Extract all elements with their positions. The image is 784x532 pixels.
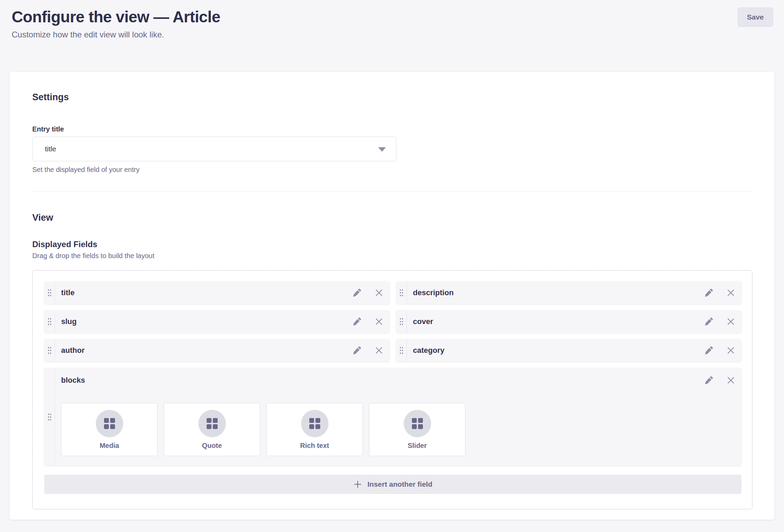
remove-field-button[interactable] — [726, 346, 736, 355]
remove-field-button[interactable] — [374, 288, 384, 298]
insert-field-label: Insert another field — [367, 480, 432, 488]
component-card-quote[interactable]: Quote — [164, 403, 260, 456]
close-icon — [726, 317, 735, 326]
field-row-actions — [352, 310, 390, 333]
component-card-slider[interactable]: Slider — [369, 403, 465, 456]
component-circle — [301, 410, 328, 437]
field-name: slug — [55, 310, 352, 333]
component-label: Quote — [202, 442, 222, 450]
edit-field-button[interactable] — [704, 288, 714, 298]
insert-field-button[interactable]: Insert another field — [44, 475, 741, 494]
field-name: title — [55, 281, 352, 304]
grid-2x2-icon — [104, 418, 115, 429]
page-subtitle: Customize how the edit view will look li… — [12, 29, 220, 40]
component-label: Slider — [408, 442, 427, 450]
component-circle — [96, 410, 123, 437]
close-icon — [374, 317, 383, 326]
field-name: category — [407, 339, 704, 362]
fields-grid: title description — [44, 281, 741, 466]
drag-dots-icon — [47, 289, 52, 297]
grid-2x2-icon — [206, 418, 218, 429]
close-icon — [726, 288, 735, 297]
component-card-rich-text[interactable]: Rich text — [266, 403, 363, 456]
drag-dots-icon — [47, 318, 52, 325]
pencil-icon — [353, 317, 361, 326]
field-row-actions — [704, 281, 741, 304]
field-row-title: title — [44, 281, 390, 304]
close-icon — [374, 346, 383, 355]
chevron-down-icon — [378, 147, 386, 152]
entry-title-select[interactable]: title — [32, 137, 396, 161]
drag-handle[interactable] — [396, 281, 407, 304]
drag-dots-icon — [47, 413, 52, 421]
field-row-actions — [352, 339, 390, 362]
drag-handle[interactable] — [44, 281, 55, 304]
drag-handle[interactable] — [44, 339, 55, 362]
field-row-slug: slug — [44, 310, 390, 333]
component-label: Rich text — [300, 442, 329, 450]
fields-dropzone: title description — [32, 270, 752, 509]
field-name: blocks — [61, 376, 704, 385]
drag-handle[interactable] — [44, 310, 55, 333]
view-section: View Displayed Fields Drag & drop the fi… — [32, 212, 752, 509]
save-button[interactable]: Save — [738, 8, 773, 27]
section-divider — [32, 192, 752, 192]
drag-handle[interactable] — [396, 339, 407, 362]
drag-handle[interactable] — [44, 368, 55, 466]
pencil-icon — [353, 346, 361, 355]
content-card: Settings Entry title title Set the displ… — [10, 72, 774, 520]
field-row-actions — [704, 375, 741, 385]
field-row-blocks: blocks — [44, 368, 741, 466]
field-row-category: category — [396, 339, 741, 362]
edit-field-button[interactable] — [352, 288, 362, 298]
field-row-actions — [352, 281, 390, 304]
pencil-icon — [353, 288, 361, 297]
drag-dots-icon — [47, 347, 52, 354]
view-heading: View — [32, 212, 752, 223]
page-header-text: Configure the view — Article Customize h… — [12, 8, 220, 40]
remove-field-button[interactable] — [726, 375, 736, 385]
field-row-description: description — [396, 281, 741, 304]
field-row-cover: cover — [396, 310, 741, 333]
field-row-actions — [704, 339, 741, 362]
edit-field-button[interactable] — [352, 317, 362, 326]
close-icon — [726, 346, 735, 355]
field-name: description — [407, 281, 704, 304]
remove-field-button[interactable] — [726, 288, 736, 298]
component-label: Media — [100, 442, 119, 450]
edit-field-button[interactable] — [352, 346, 362, 355]
pencil-icon — [704, 346, 713, 355]
entry-title-label: Entry title — [32, 125, 752, 133]
pencil-icon — [704, 376, 713, 385]
displayed-fields-hint: Drag & drop the fields to build the layo… — [32, 252, 752, 260]
entry-title-hint: Set the displayed field of your entry — [32, 166, 752, 174]
pencil-icon — [704, 317, 713, 326]
remove-field-button[interactable] — [726, 317, 736, 326]
remove-field-button[interactable] — [374, 346, 384, 355]
component-card-media[interactable]: Media — [61, 403, 158, 456]
page-title: Configure the view — Article — [12, 8, 220, 26]
plus-icon — [353, 480, 362, 489]
blocks-header: blocks — [61, 375, 741, 385]
edit-field-button[interactable] — [704, 346, 714, 355]
edit-field-button[interactable] — [704, 375, 714, 385]
drag-dots-icon — [399, 347, 404, 354]
field-row-actions — [704, 310, 741, 333]
close-icon — [374, 288, 383, 297]
pencil-icon — [704, 288, 713, 297]
drag-dots-icon — [399, 318, 404, 325]
grid-2x2-icon — [412, 418, 423, 429]
entry-title-select-value: title — [45, 145, 56, 153]
field-row-author: author — [44, 339, 390, 362]
page-header: Configure the view — Article Customize h… — [0, 0, 784, 40]
displayed-fields-label: Displayed Fields — [32, 240, 752, 249]
field-name: author — [55, 339, 352, 362]
drag-dots-icon — [399, 289, 404, 297]
drag-handle[interactable] — [396, 310, 407, 333]
settings-section: Settings Entry title title Set the displ… — [32, 92, 752, 174]
blocks-content: blocks — [55, 368, 741, 466]
close-icon — [726, 376, 735, 385]
remove-field-button[interactable] — [374, 317, 384, 326]
field-name: cover — [407, 310, 704, 333]
edit-field-button[interactable] — [704, 317, 714, 326]
